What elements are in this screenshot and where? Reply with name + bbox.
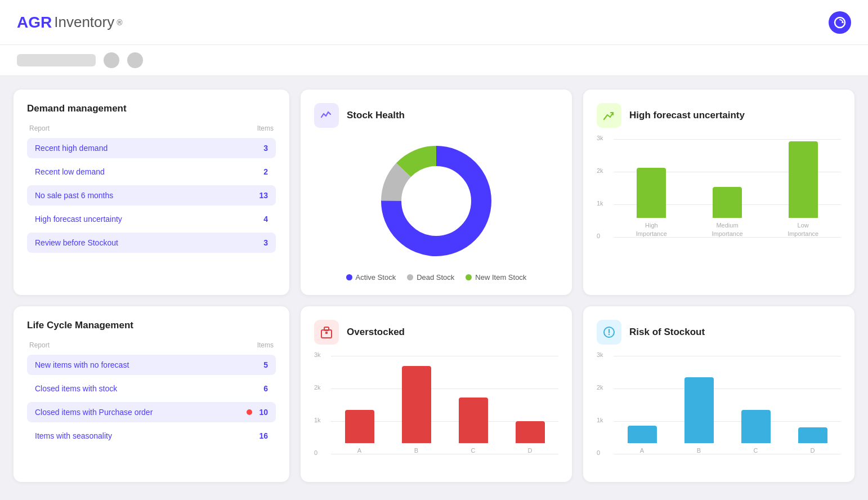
overstocked-card: Overstocked 3k2k1k0ABCD [301,306,572,482]
report-row[interactable]: High forecast uncertainty4 [27,209,276,229]
stockout-title: Risk of Stockout [629,327,705,338]
bar [713,187,742,218]
demand-management-card: Demand management Report Items Recent hi… [14,90,289,295]
bar-group: HighImportance [636,168,667,238]
legend-label-active: Active Stock [356,273,396,282]
bar-label: D [528,447,533,454]
report-row[interactable]: Closed items with Purchase order10 [27,402,276,422]
forecast-uncertainty-card: High forecast uncertainty 3k2k1k0HighImp… [583,90,854,295]
stock-legend: Active Stock Dead Stock New Item Stock [346,273,527,282]
report-row[interactable]: No sale past 6 months13 [27,185,276,206]
report-row-label: Recent low demand [35,167,105,176]
sub-bar-circle-2[interactable] [127,52,143,68]
report-row[interactable]: New items with no forecast5 [27,355,276,375]
bar [516,421,545,443]
items-count: 13 [259,191,268,200]
bar-group: D [516,421,545,454]
demand-rows: Recent high demand3Recent low demand2No … [27,138,276,253]
svg-rect-7 [324,327,329,331]
bar-group: D [798,427,827,454]
legend-new-stock: New Item Stock [466,273,526,282]
grid-line: 3k [614,139,841,140]
report-row-label: Recent high demand [35,144,108,153]
svg-point-11 [609,334,610,335]
overstocked-bar-chart: 3k2k1k0ABCD [314,356,558,468]
report-row-label: Closed items with stock [35,384,117,393]
top-right-icon[interactable] [829,11,851,34]
grid-label: 1k [597,417,603,423]
bar-group: A [628,426,657,454]
bar [637,168,666,218]
bar-label: A [357,447,361,454]
bar [402,366,431,443]
items-count: 4 [263,215,268,224]
bar [459,398,488,443]
bar-label: A [640,447,644,454]
items-count: 5 [263,360,268,369]
report-row-label: Review before Stockout [35,238,118,247]
grid-label: 2k [314,384,321,391]
bar-label: HighImportance [636,221,667,238]
lifecycle-table-header: Report Items [27,341,276,349]
sub-bar-placeholder [17,54,96,66]
bar-group: LowImportance [788,141,818,238]
overstocked-header: Overstocked [314,320,558,345]
bar [789,141,818,218]
bar-label: LowImportance [788,221,818,238]
report-row[interactable]: Review before Stockout3 [27,233,276,253]
bar [345,410,374,443]
bars-wrapper: HighImportanceMediumImportanceLowImporta… [614,148,841,238]
grid-label: 3k [597,351,603,358]
bar-group: MediumImportance [712,187,742,238]
demand-management-title: Demand management [27,103,276,114]
report-row[interactable]: Recent low demand2 [27,162,276,182]
legend-label-dead: Dead Stock [417,273,454,282]
main-content: Demand management Report Items Recent hi… [0,76,868,495]
items-count: 3 [263,238,268,247]
logo-inventory: Inventory [54,14,114,31]
zero-line [614,237,841,238]
sub-bar-circle-1[interactable] [104,52,119,68]
grid-line: 3k [614,356,841,356]
zero-line [331,454,558,454]
demand-table-header: Report Items [27,124,276,132]
demand-col-items: Items [257,124,274,132]
stockout-bar-chart: 3k2k1k0ABCD [597,356,841,468]
stockout-icon [597,320,621,345]
lifecycle-col-items: Items [257,341,274,349]
legend-dot-dead [407,274,413,280]
items-count: 6 [263,384,268,393]
grid-label: 1k [314,417,321,423]
report-row-label: High forecast uncertainty [35,215,122,224]
bar [628,426,657,443]
overstocked-icon [314,320,339,345]
donut-wrapper: Active Stock Dead Stock New Item Stock [314,139,558,282]
forecast-bar-chart: 3k2k1k0HighImportanceMediumImportanceLow… [597,139,841,252]
stockout-card: Risk of Stockout 3k2k1k0ABCD [583,306,854,482]
report-row[interactable]: Recent high demand3 [27,138,276,158]
grid-label: 3k [597,135,603,141]
report-row[interactable]: Closed items with stock6 [27,378,276,399]
grid-line: 3k [331,356,558,356]
zero-line [614,454,841,454]
bar-group: A [345,410,374,454]
forecast-header: High forecast uncertainty [597,103,841,128]
logo-reg: ® [117,18,122,27]
bar [798,427,827,443]
lifecycle-rows: New items with no forecast5Closed items … [27,355,276,446]
bar-group: C [459,398,488,454]
bar-label: C [471,447,476,454]
report-row[interactable]: Items with seasonality16 [27,426,276,446]
bar-group: C [741,410,771,454]
bars-wrapper: ABCD [331,364,558,454]
bar [741,410,771,443]
report-row-label: New items with no forecast [35,360,129,369]
grid-label: 1k [597,200,603,207]
bar [684,377,714,443]
bar-group: B [684,377,714,454]
overstocked-title: Overstocked [347,327,405,338]
grid-label: 2k [597,384,603,391]
badge-dot [247,409,252,415]
report-row-label: No sale past 6 months [35,191,113,200]
logo: AGR Inventory ® [17,14,123,32]
